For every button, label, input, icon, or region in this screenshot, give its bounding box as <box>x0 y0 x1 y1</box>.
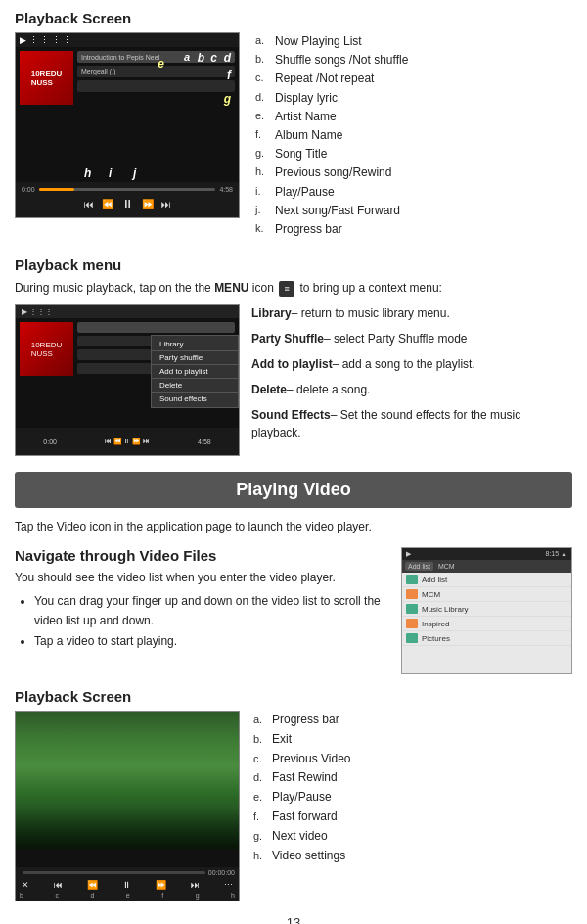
vls-item-3[interactable]: Music Library <box>402 602 571 617</box>
navigate-desc: You should see the video list when you e… <box>15 569 387 586</box>
feature-j: j.Next song/Fast Forward <box>255 202 408 220</box>
progress-fill <box>39 188 74 191</box>
fast-forward-btn[interactable]: ⏩ <box>142 199 154 209</box>
menu-descriptions: Library– return to music library menu. P… <box>251 304 572 449</box>
play-pause-btn[interactable]: ⏸ <box>121 197 134 211</box>
label-c: c <box>210 51 217 65</box>
vf-h: h.Video settings <box>253 847 351 866</box>
navigate-bullet-2: Tap a video to start playing. <box>34 631 387 651</box>
vf-c-text: Previous Video <box>272 750 351 769</box>
video-settings-btn[interactable]: ⋯ <box>224 880 233 890</box>
vls-icon-3 <box>406 604 418 614</box>
feature-f: f.Album Name <box>255 126 408 145</box>
playback-screenshot: ▶ ⋮ ⋮ ⋮ ⋮ 10REDUNUSS Introduction to Pep… <box>15 32 240 218</box>
vls-tab-all[interactable]: Add list <box>405 562 433 571</box>
feature-e: e.Artist Name <box>255 108 408 126</box>
feature-a: a.Now Playing List <box>255 32 408 51</box>
prev-btn[interactable]: ⏮ <box>84 199 94 209</box>
label-d: d <box>224 51 231 65</box>
feature-j-text: Next song/Fast Forward <box>275 202 400 220</box>
vls-item-1[interactable]: Add list <box>402 573 571 587</box>
vf-a: a.Progress bar <box>253 711 351 730</box>
vf-e: e.Play/Pause <box>253 788 351 808</box>
vls-icon-4 <box>406 619 418 628</box>
feature-k: k.Progress bar <box>255 220 408 239</box>
vf-e-letter: e. <box>253 788 267 808</box>
feature-list: a.Now Playing List b.Shuffle songs /Not … <box>255 32 408 239</box>
navigate-bullet-1: You can drag your finger up and down on … <box>34 591 387 631</box>
time-start: 0:00 <box>22 186 35 193</box>
vf-d-text: Fast Rewind <box>272 768 338 788</box>
cm-item-playlist[interactable]: Add to playlist <box>152 365 238 379</box>
vls-item-2[interactable]: MCM <box>402 587 571 602</box>
menu-desc-end: to bring up a context menu: <box>300 281 442 295</box>
video-lbl-d: d <box>90 892 94 899</box>
cm-item-sound[interactable]: Sound effects <box>152 393 238 405</box>
vls-item-1-text: Add list <box>422 576 447 584</box>
video-playback-title: Playback Screen <box>15 688 572 705</box>
feature-b-letter: b. <box>255 51 269 69</box>
cm-item-delete[interactable]: Delete <box>152 379 238 393</box>
track-item-3[interactable] <box>77 80 235 92</box>
video-exit-btn[interactable]: ✕ <box>22 880 29 890</box>
video-bottom-bar: 00:00:00 ✕ ⏮ ⏪ ⏸ ⏩ ⏭ ⋯ b c d e f g h <box>16 867 239 901</box>
video-progress-track[interactable] <box>23 871 205 874</box>
video-progress-row: 00:00:00 <box>16 867 239 878</box>
feature-k-text: Progress bar <box>275 220 342 239</box>
vls-item-4[interactable]: Inspired <box>402 617 571 631</box>
vf-h-letter: h. <box>253 847 267 866</box>
video-lbl-g: g <box>196 892 200 899</box>
video-play-btn[interactable]: ⏸ <box>122 880 131 890</box>
ms-album: 10REDUNUSS <box>20 322 73 376</box>
feature-h-letter: h. <box>255 163 269 182</box>
vls-item-5[interactable]: Pictures <box>402 631 571 646</box>
album-text: 10REDUNUSS <box>31 69 63 87</box>
track-title-2: Mergeall (.) <box>81 69 115 75</box>
video-rewind-btn[interactable]: ⏪ <box>87 880 98 890</box>
vls-item-3-text: Music Library <box>422 605 469 614</box>
rewind-btn[interactable]: ⏪ <box>102 199 113 209</box>
feature-e-letter: e. <box>255 108 269 126</box>
feature-c: c.Repeat /Not repeat <box>255 69 408 88</box>
vf-f-letter: f. <box>253 808 267 827</box>
vf-a-text: Progress bar <box>272 711 339 730</box>
next-btn[interactable]: ⏭ <box>161 199 171 209</box>
video-lbl-f: f <box>161 892 163 899</box>
ms-album-text: 10REDUNUSS <box>31 341 63 358</box>
controls-row: ⏮ ⏪ ⏸ ⏩ ⏭ <box>22 195 233 213</box>
vls-status-bar: ▶ 8:15 ▲ <box>402 548 571 560</box>
feature-f-letter: f. <box>255 126 269 145</box>
menu-desc-after: icon <box>252 281 274 295</box>
player-controls: 0:00 4:58 ⏮ ⏪ ⏸ ⏩ ⏭ <box>16 182 239 217</box>
video-ff-btn[interactable]: ⏩ <box>156 880 166 890</box>
ms-bottom-time: 0:00 <box>43 439 57 445</box>
vf-g-text: Next video <box>272 827 328 847</box>
cm-item-party[interactable]: Party shuffle <box>152 351 238 365</box>
video-lbl-e: e <box>126 892 130 899</box>
player-inner: 10REDUNUSS Introduction to Pepis Neel Me… <box>16 47 239 109</box>
vf-d: d.Fast Rewind <box>253 768 351 788</box>
menu-desc-add: Add to playlist– add a song to the playl… <box>251 355 572 373</box>
playing-video-banner: Playing Video <box>15 472 572 508</box>
feature-g-text: Song Title <box>275 145 327 163</box>
video-feature-list: a.Progress bar b.Exit c.Previous Video d… <box>253 711 351 901</box>
feature-i: i.Play/Pause <box>255 183 408 202</box>
menu-desc-before: During music playback, tap on the <box>15 281 192 295</box>
video-next-btn[interactable]: ⏭ <box>191 880 200 890</box>
label-b: b <box>198 51 204 65</box>
cm-item-library[interactable]: Library <box>152 338 238 351</box>
video-prev-btn[interactable]: ⏮ <box>54 880 63 890</box>
progress-track[interactable] <box>39 188 216 191</box>
status-bar: ▶ ⋮ ⋮ ⋮ ⋮ <box>16 33 239 47</box>
ms-track-1 <box>77 322 235 333</box>
vf-c: c.Previous Video <box>253 750 351 769</box>
menu-section-inner: ▶ ⋮⋮⋮ 10REDUNUSS Library Party shuffle A… <box>15 304 572 456</box>
track-item-2[interactable]: Mergeall (.) <box>77 66 235 77</box>
feature-d-text: Display lyric <box>275 89 338 108</box>
label-g: g <box>224 92 231 106</box>
feature-g: g.Song Title <box>255 145 408 163</box>
feature-c-letter: c. <box>255 69 269 88</box>
label-i: i <box>109 166 112 180</box>
navigate-section: Navigate through Video Files You should … <box>15 547 572 674</box>
vls-tab-mcm[interactable]: MCM <box>435 562 458 571</box>
